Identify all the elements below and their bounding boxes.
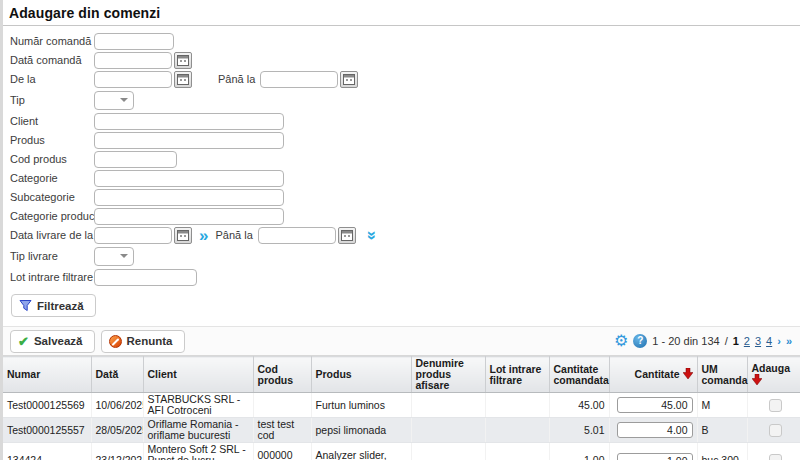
calendar-icon[interactable] <box>174 227 192 244</box>
data-comanda-datewrap <box>94 52 192 69</box>
filter-row-subcategorie: Subcategorie <box>10 189 800 205</box>
save-button[interactable]: ✔ Salvează <box>10 330 95 353</box>
cell-cantitate <box>609 393 697 418</box>
gear-icon[interactable]: ⚙ <box>614 333 628 349</box>
client-input[interactable] <box>94 113 284 130</box>
cell-lot <box>485 418 549 443</box>
toolbar: ✔ Salvează Renunta ⚙ ? 1 - 20 din 134 / … <box>3 326 800 356</box>
sort-arrow-down-icon[interactable] <box>683 368 693 381</box>
client-label: Client <box>10 115 94 127</box>
cell-data: 28/05/2025 <box>91 418 143 443</box>
pana-la-input[interactable] <box>260 71 338 88</box>
filter-row-de-la: De la Până la <box>10 71 800 87</box>
de-la-label: De la <box>10 73 94 85</box>
cell-denumire <box>411 393 485 418</box>
data-livrare-pana-datewrap <box>258 227 356 244</box>
cancel-button[interactable]: Renunta <box>101 330 185 353</box>
page-title: Adaugare din comenzi <box>3 0 800 26</box>
cell-adauga <box>747 443 800 460</box>
data-livrare-de-la-input[interactable] <box>94 227 172 244</box>
col-header-lot[interactable]: Lot intrare filtrare <box>485 357 549 393</box>
numar-comanda-input[interactable] <box>94 33 174 50</box>
numar-comanda-label: Număr comandă <box>10 35 94 47</box>
lot-intrare-label: Lot intrare filtrare <box>10 271 94 283</box>
pagination-page-3[interactable]: 3 <box>755 335 761 347</box>
de-la-input[interactable] <box>94 71 172 88</box>
cell-cantitate <box>609 443 697 460</box>
filter-row-client: Client <box>10 113 800 129</box>
cell-lot <box>485 443 549 460</box>
pagination-page-2[interactable]: 2 <box>744 335 750 347</box>
adauga-checkbox[interactable] <box>769 454 782 460</box>
cell-cod-produs: 000000 1005 862 <box>253 443 311 460</box>
page: Adaugare din comenzi Număr comandă Dată … <box>0 0 800 460</box>
cell-numar: 134424 <box>3 443 91 460</box>
filter-row-tip: Tip <box>10 90 800 110</box>
data-livrare-pana-la-input[interactable] <box>258 227 336 244</box>
subcategorie-label: Subcategorie <box>10 191 94 203</box>
pagination-page-4[interactable]: 4 <box>766 335 772 347</box>
pana-la-datewrap <box>260 71 358 88</box>
table-row: 134424 23/12/2024 Montero Soft 2 SRL - P… <box>3 443 800 460</box>
col-header-produs[interactable]: Produs <box>311 357 411 393</box>
pagination-separator: / <box>725 335 728 347</box>
cell-cod-produs <box>253 393 311 418</box>
calendar-icon[interactable] <box>174 71 192 88</box>
col-header-adauga[interactable]: Adauga <box>747 357 800 393</box>
pagination: ⚙ ? 1 - 20 din 134 / 1 2 3 4 › » <box>614 333 792 349</box>
sort-arrow-down-icon[interactable] <box>752 374 762 387</box>
data-livrare-datewrap <box>94 227 192 244</box>
cell-produs: Analyzer slider, fixed <box>311 443 411 460</box>
col-header-um[interactable]: UM comanda <box>697 357 747 393</box>
data-comanda-input[interactable] <box>94 52 172 69</box>
cell-denumire <box>411 443 485 460</box>
cantitate-input[interactable] <box>617 397 693 413</box>
cell-produs: pepsi limonada <box>311 418 411 443</box>
filtreaza-button-label: Filtrează <box>37 300 84 312</box>
cell-client: Oriflame Romania - oriflame bucuresti <box>143 418 253 443</box>
adauga-header-label: Adauga <box>752 362 791 374</box>
tip-livrare-select[interactable] <box>94 247 134 266</box>
cell-cod-produs: test test cod <box>253 418 311 443</box>
filtreaza-button[interactable]: Filtrează <box>11 294 96 317</box>
col-header-cantitate[interactable]: Cantitate <box>609 357 697 393</box>
calendar-icon[interactable] <box>338 227 356 244</box>
produs-label: Produs <box>10 134 94 146</box>
subcategorie-input[interactable] <box>94 189 284 206</box>
filter-row-cod-produs: Cod produs <box>10 151 800 167</box>
pana-la-label: Până la <box>218 73 255 85</box>
categorie-input[interactable] <box>94 170 284 187</box>
col-header-cod-produs[interactable]: Cod produs <box>253 357 311 393</box>
help-icon[interactable]: ? <box>633 334 647 348</box>
col-header-cant-comandata[interactable]: Cantitate comandata <box>549 357 609 393</box>
calendar-icon[interactable] <box>174 52 192 69</box>
filter-row-categorie-productie: Categorie productie <box>10 208 800 224</box>
adauga-checkbox[interactable] <box>769 424 782 437</box>
cell-data: 10/06/2025 <box>91 393 143 418</box>
pagination-last-button[interactable]: » <box>786 335 792 347</box>
cantitate-input[interactable] <box>617 453 693 460</box>
col-header-data[interactable]: Dată <box>91 357 143 393</box>
produs-input[interactable] <box>94 132 284 149</box>
tip-livrare-label: Tip livrare <box>10 250 94 262</box>
categorie-productie-input[interactable] <box>94 208 284 225</box>
adauga-checkbox[interactable] <box>769 399 782 412</box>
cell-cant-comandata: 1.00 <box>549 443 609 460</box>
cell-cant-comandata: 45.00 <box>549 393 609 418</box>
col-header-client[interactable]: Client <box>143 357 253 393</box>
col-header-denumire[interactable]: Denumire produs afisare <box>411 357 485 393</box>
calendar-icon[interactable] <box>340 71 358 88</box>
chevron-down-icon <box>120 98 128 102</box>
col-header-numar[interactable]: Numar <box>3 357 91 393</box>
lot-intrare-input[interactable] <box>94 269 197 286</box>
filter-row-categorie: Categorie <box>10 170 800 186</box>
cod-produs-input[interactable] <box>94 151 177 168</box>
cell-cant-comandata: 5.01 <box>549 418 609 443</box>
table-row: Test0000125557 28/05/2025 Oriflame Roman… <box>3 418 800 443</box>
check-icon: ✔ <box>18 335 29 348</box>
chevron-double-down-icon[interactable]: » <box>364 230 381 239</box>
tip-select[interactable] <box>94 91 134 110</box>
cantitate-input[interactable] <box>617 422 693 438</box>
chevron-double-right-icon[interactable]: » <box>199 227 208 244</box>
pagination-next-button[interactable]: › <box>777 335 781 347</box>
